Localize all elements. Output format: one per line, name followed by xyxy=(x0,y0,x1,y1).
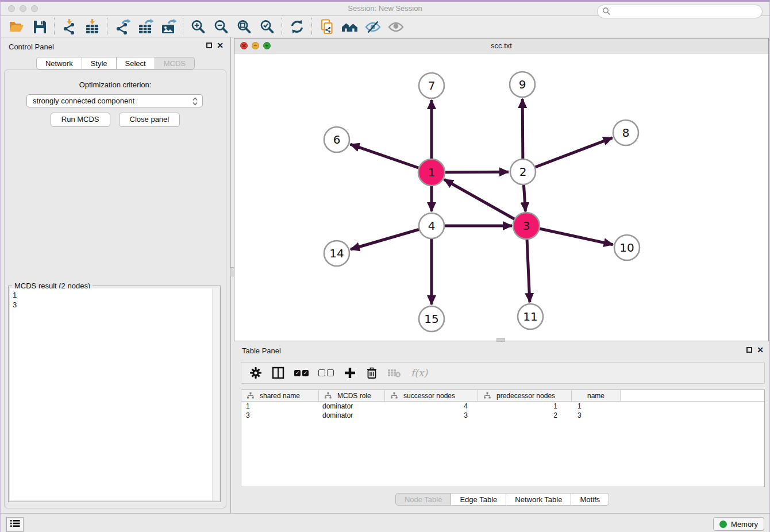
graph-node-10[interactable]: 10 xyxy=(614,235,640,260)
optimization-criterion-label: Optimization criterion: xyxy=(5,80,226,89)
add-icon[interactable] xyxy=(344,365,356,381)
optimization-criterion-dropdown[interactable]: strongly connected component xyxy=(26,94,203,107)
table-cell[interactable]: 1 xyxy=(572,402,621,411)
graph-node-6[interactable]: 6 xyxy=(324,127,349,152)
close-panel-button[interactable]: Close panel xyxy=(119,113,180,127)
table-toolbar: ✓✓ f(x) xyxy=(241,362,765,384)
image-export-button[interactable] xyxy=(157,17,180,36)
table-cell[interactable]: 1 xyxy=(241,402,319,411)
zoom-fit-button[interactable] xyxy=(233,17,256,36)
mcds-result-line: 1 xyxy=(13,290,213,300)
graph-node-14[interactable]: 14 xyxy=(324,241,349,266)
table-float-panel-icon[interactable] xyxy=(746,347,752,353)
column-header-MCDS-role[interactable]: MCDS role xyxy=(319,390,385,401)
trash-icon[interactable] xyxy=(366,365,378,381)
run-mcds-button[interactable]: Run MCDS xyxy=(51,113,110,127)
eye-slash-button[interactable] xyxy=(361,17,384,36)
delete-table-icon xyxy=(387,365,401,381)
folder-open-button[interactable] xyxy=(5,17,28,36)
table-tabs: Node TableEdge TableNetwork TableMotifs xyxy=(234,493,770,506)
graph-edge-3-1[interactable] xyxy=(444,179,526,226)
column-header-successor-nodes[interactable]: successor nodes xyxy=(385,390,478,401)
graph-node-8[interactable]: 8 xyxy=(613,120,638,145)
node-label: 3 xyxy=(523,219,530,233)
table-tab-network-table[interactable]: Network Table xyxy=(506,493,571,506)
network-table-split-handle[interactable] xyxy=(496,338,505,342)
deselect-all-checkboxes-icon[interactable] xyxy=(318,365,334,381)
column-header-predecessor-nodes[interactable]: predecessor nodes xyxy=(478,390,572,401)
zoom-selected-button[interactable] xyxy=(256,17,279,36)
table-row[interactable]: 3dominator323 xyxy=(241,411,764,420)
graph-node-1[interactable]: 1 xyxy=(418,159,445,186)
column-header-label: shared name xyxy=(260,392,300,400)
chevron-updown-icon xyxy=(191,97,199,108)
homes-icon xyxy=(341,18,359,35)
column-header-label: MCDS role xyxy=(337,392,371,400)
column-type-icon xyxy=(247,392,254,399)
memory-button[interactable]: Memory xyxy=(713,517,764,531)
table-close-panel-icon[interactable]: ✕ xyxy=(757,347,764,353)
graph-node-2[interactable]: 2 xyxy=(510,159,536,184)
graph-node-3[interactable]: 3 xyxy=(513,213,540,239)
table-export-button[interactable] xyxy=(134,17,157,36)
node-label: 11 xyxy=(523,310,537,323)
node-label: 14 xyxy=(329,246,344,260)
table-cell[interactable]: 3 xyxy=(241,411,319,420)
graph-edge-2-8[interactable] xyxy=(523,138,613,172)
refresh-button[interactable] xyxy=(286,17,309,36)
column-header-label: predecessor nodes xyxy=(496,392,555,400)
close-panel-icon[interactable]: ✕ xyxy=(217,43,224,48)
mcds-result-scrollbar[interactable] xyxy=(212,288,219,500)
zoom-in-icon xyxy=(190,18,207,35)
task-history-button[interactable] xyxy=(6,517,24,532)
zoom-out-button[interactable] xyxy=(210,17,233,36)
table-cell[interactable]: dominator xyxy=(319,411,385,420)
column-header-name[interactable]: name xyxy=(572,390,621,401)
table-row[interactable]: 1dominator411 xyxy=(241,402,764,411)
network-view-window: ✕ − + scc.txt 7968124314101511 xyxy=(234,38,769,341)
network-import-button[interactable] xyxy=(58,17,81,36)
copy-network-button[interactable] xyxy=(315,17,338,36)
graph-node-11[interactable]: 11 xyxy=(518,304,543,329)
select-all-checkboxes-icon[interactable]: ✓✓ xyxy=(294,365,309,381)
control-panel-tabs: NetworkStyleSelectMCDS xyxy=(1,57,230,70)
toolbar-separator xyxy=(311,18,313,35)
mcds-result-line: 3 xyxy=(13,300,213,310)
table-import-button[interactable] xyxy=(81,17,104,36)
tab-mcds[interactable]: MCDS xyxy=(155,57,195,70)
float-panel-icon[interactable] xyxy=(206,43,212,48)
eye-button[interactable] xyxy=(384,17,407,36)
network-export-button[interactable] xyxy=(111,17,134,36)
save-button[interactable] xyxy=(28,17,51,36)
column-type-icon xyxy=(325,392,332,399)
table-import-icon xyxy=(84,18,101,35)
network-graph-canvas[interactable]: 7968124314101511 xyxy=(234,53,768,341)
table-cell[interactable]: 3 xyxy=(385,411,478,420)
table-cell[interactable]: 1 xyxy=(478,402,572,411)
graph-node-4[interactable]: 4 xyxy=(419,213,444,238)
table-tab-motifs[interactable]: Motifs xyxy=(571,493,609,506)
tab-style[interactable]: Style xyxy=(82,57,117,70)
network-window-title: scc.txt xyxy=(234,41,768,50)
search-input[interactable] xyxy=(597,5,763,18)
zoom-in-button[interactable] xyxy=(187,17,210,36)
graph-node-9[interactable]: 9 xyxy=(510,72,535,97)
control-panel-title: Control Panel xyxy=(9,43,54,51)
table-tab-node-table[interactable]: Node Table xyxy=(395,493,452,506)
table-cell[interactable]: 4 xyxy=(385,402,478,411)
network-export-icon xyxy=(114,18,131,35)
table-cell[interactable]: dominator xyxy=(319,402,385,411)
columns-icon[interactable] xyxy=(272,365,284,381)
graph-node-15[interactable]: 15 xyxy=(419,306,444,331)
mcds-result-groupbox: MCDS result (2 nodes) 13 xyxy=(8,286,221,502)
column-header-shared-name[interactable]: shared name xyxy=(241,390,319,401)
tab-network[interactable]: Network xyxy=(36,57,82,70)
graph-node-7[interactable]: 7 xyxy=(419,73,444,98)
table-cell[interactable]: 2 xyxy=(478,411,572,420)
table-tab-edge-table[interactable]: Edge Table xyxy=(451,493,506,506)
homes-button[interactable] xyxy=(338,17,361,36)
gear-icon[interactable] xyxy=(249,365,262,381)
table-cell[interactable]: 3 xyxy=(572,411,621,420)
tab-select[interactable]: Select xyxy=(117,57,155,70)
mcds-tab-content: Optimization criterion: strongly connect… xyxy=(4,70,226,508)
